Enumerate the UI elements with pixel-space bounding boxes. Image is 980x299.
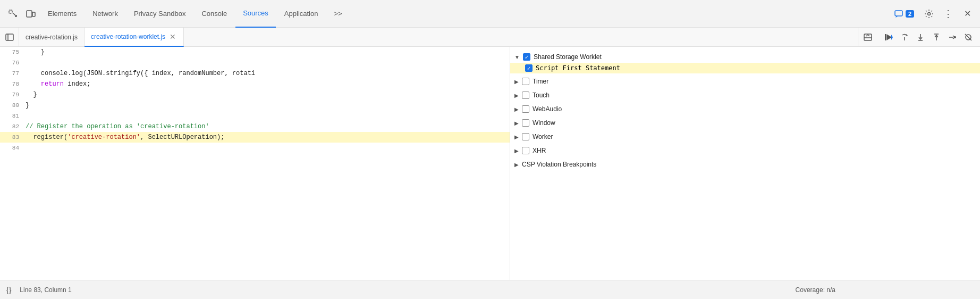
close-tab-icon[interactable]: ✕ xyxy=(168,32,177,41)
worker-checkbox[interactable] xyxy=(522,133,529,140)
step-into-button[interactable] xyxy=(913,30,928,45)
chat-badge-button[interactable]: 2 xyxy=(890,7,918,21)
select-element-icon[interactable] xyxy=(4,5,21,22)
table-row: 77 console.log(JSON.stringify({ index, r… xyxy=(0,68,510,79)
svg-rect-1 xyxy=(27,11,32,17)
bp-section-header-xhr[interactable]: ▶ XHR xyxy=(510,145,980,156)
table-row: 79 } xyxy=(0,89,510,100)
svg-point-17 xyxy=(954,36,956,38)
bp-section-header-touch[interactable]: ▶ Touch xyxy=(510,89,980,101)
svg-rect-5 xyxy=(6,34,13,40)
svg-point-4 xyxy=(928,12,931,15)
expand-arrow-icon: ▶ xyxy=(514,120,519,126)
tab-application[interactable]: Application xyxy=(277,0,326,28)
bp-section-window: ▶ Window xyxy=(510,117,980,129)
file-tab-creative-rotation[interactable]: creative-rotation.js xyxy=(19,28,85,47)
step-over-button[interactable] xyxy=(897,30,912,45)
svg-marker-9 xyxy=(886,34,892,40)
expand-arrow-icon: ▶ xyxy=(514,148,519,154)
resume-button[interactable] xyxy=(881,30,896,45)
table-row: 82 // Register the operation as 'creativ… xyxy=(0,121,510,132)
svg-line-18 xyxy=(965,34,971,40)
table-row: 78 return index; xyxy=(0,79,510,89)
drawer-toggle-icon[interactable] xyxy=(858,28,877,47)
devtools-tab-bar: Elements Network Privacy Sandbox Console… xyxy=(0,0,980,28)
bp-section-csp: ▶ CSP Violation Breakpoints xyxy=(510,159,980,170)
sidebar-toggle-icon[interactable] xyxy=(0,28,19,47)
device-toolbar-icon[interactable] xyxy=(22,5,39,22)
curly-braces-icon: {} xyxy=(6,286,11,294)
step-out-button[interactable] xyxy=(929,30,944,45)
table-row: 81 xyxy=(0,111,510,121)
more-options-icon[interactable]: ⋮ xyxy=(940,5,957,22)
script-first-statement-label: Script First Statement xyxy=(536,64,620,72)
expand-arrow-icon: ▶ xyxy=(514,93,519,98)
expand-arrow-icon: ▶ xyxy=(514,79,519,85)
file-tab-creative-rotation-worklet[interactable]: creative-rotation-worklet.js ✕ xyxy=(85,28,184,47)
script-first-statement-checkbox[interactable] xyxy=(525,64,533,72)
bp-section-header-window[interactable]: ▶ Window xyxy=(510,117,980,129)
table-row: 84 xyxy=(0,143,510,153)
tab-more[interactable]: >> xyxy=(326,0,349,28)
chat-badge: 2 xyxy=(906,10,914,18)
bp-section-xhr: ▶ XHR xyxy=(510,145,980,156)
svg-rect-3 xyxy=(895,11,902,16)
xhr-checkbox[interactable] xyxy=(522,147,529,154)
worker-label: Worker xyxy=(533,133,553,140)
close-devtools-icon[interactable]: ✕ xyxy=(959,5,976,22)
webaudio-checkbox[interactable] xyxy=(522,105,529,113)
main-area: 75 } 76 77 console.log(JSON.stringify({ … xyxy=(0,47,980,280)
window-checkbox[interactable] xyxy=(522,119,529,127)
tab-privacy-sandbox[interactable]: Privacy Sandbox xyxy=(126,0,193,28)
status-bar: {} Line 83, Column 1 Coverage: n/a xyxy=(0,280,980,299)
shared-storage-checkbox[interactable] xyxy=(523,53,530,61)
touch-label: Touch xyxy=(533,92,550,99)
step-button[interactable] xyxy=(945,30,960,45)
svg-rect-0 xyxy=(9,10,12,13)
table-row: 80 } xyxy=(0,100,510,111)
bp-section-header-worker[interactable]: ▶ Worker xyxy=(510,131,980,143)
code-lines: 75 } 76 77 console.log(JSON.stringify({ … xyxy=(0,47,510,153)
bp-section-worker: ▶ Worker xyxy=(510,131,980,143)
bp-section-touch: ▶ Touch xyxy=(510,89,980,101)
table-row: 76 xyxy=(0,57,510,68)
debug-controls xyxy=(877,30,980,45)
settings-icon[interactable] xyxy=(920,5,937,22)
bp-section-header-csp[interactable]: ▶ CSP Violation Breakpoints xyxy=(510,159,980,170)
svg-rect-2 xyxy=(32,12,35,16)
expand-arrow-icon: ▶ xyxy=(514,162,519,168)
table-row: 75 } xyxy=(0,47,510,57)
expand-arrow-icon: ▼ xyxy=(514,54,520,60)
tab-console[interactable]: Console xyxy=(194,0,234,28)
list-item[interactable]: Script First Statement xyxy=(510,63,980,73)
timer-label: Timer xyxy=(533,78,548,85)
bp-section-timer: ▶ Timer xyxy=(510,76,980,87)
code-panel[interactable]: 75 } 76 77 console.log(JSON.stringify({ … xyxy=(0,47,510,280)
csp-label: CSP Violation Breakpoints xyxy=(522,161,596,168)
coverage-status: Coverage: n/a xyxy=(796,286,974,294)
file-tabs-bar: creative-rotation.js creative-rotation-w… xyxy=(0,28,980,47)
bp-section-header-shared-storage[interactable]: ▼ Shared Storage Worklet xyxy=(510,51,980,63)
tab-elements[interactable]: Elements xyxy=(40,0,84,28)
window-label: Window xyxy=(533,119,555,127)
bp-section-header-webaudio[interactable]: ▶ WebAudio xyxy=(510,103,980,115)
tab-sources[interactable]: Sources xyxy=(235,0,276,28)
breakpoints-panel: ▼ Shared Storage Worklet Script First St… xyxy=(510,47,980,280)
expand-arrow-icon: ▶ xyxy=(514,106,519,112)
webaudio-label: WebAudio xyxy=(533,105,562,113)
timer-checkbox[interactable] xyxy=(522,78,529,85)
touch-checkbox[interactable] xyxy=(522,92,529,99)
bp-section-shared-storage: ▼ Shared Storage Worklet Script First St… xyxy=(510,51,980,73)
expand-arrow-icon: ▶ xyxy=(514,134,519,140)
table-row: 83 register('creative-rotation', SelectU… xyxy=(0,132,510,143)
bp-section-header-timer[interactable]: ▶ Timer xyxy=(510,76,980,87)
tab-network[interactable]: Network xyxy=(85,0,125,28)
line-col-status: Line 83, Column 1 xyxy=(20,286,71,294)
xhr-label: XHR xyxy=(533,147,546,154)
shared-storage-label: Shared Storage Worklet xyxy=(534,53,602,61)
deactivate-breakpoints-button[interactable] xyxy=(961,30,976,45)
bp-section-webaudio: ▶ WebAudio xyxy=(510,103,980,115)
